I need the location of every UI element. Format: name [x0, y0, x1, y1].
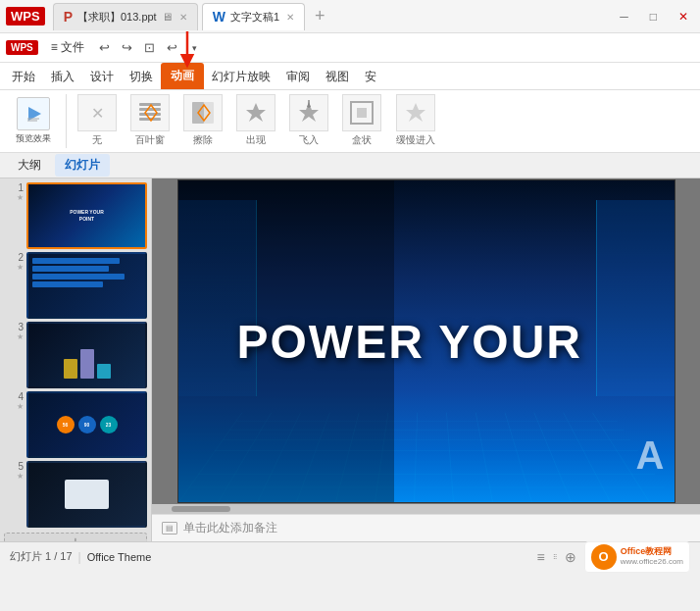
box-svg — [349, 100, 375, 126]
nav-tabs-row: 大纲 幻灯片 — [0, 153, 700, 178]
file-menu[interactable]: ≡ 文件 — [43, 35, 92, 60]
svg-marker-12 — [246, 103, 266, 122]
slide-thumb-3[interactable]: 3 ★ — [4, 322, 147, 388]
horizontal-scrollbar[interactable] — [152, 504, 700, 514]
slide-num-star-4: 4 ★ — [4, 391, 24, 411]
slide-title-text: POWER YOUR — [237, 315, 582, 369]
tab-start[interactable]: 开始 — [4, 66, 43, 90]
redo-icon[interactable]: ↪ — [116, 37, 137, 59]
save-copy-icon[interactable]: ⊡ — [138, 37, 160, 59]
tab-ppt-label: 【求职】013.ppt — [77, 10, 157, 25]
window-controls: ─ □ ✕ — [614, 8, 694, 25]
tab-outline[interactable]: 大纲 — [8, 154, 51, 177]
tab-switch[interactable]: 切换 — [122, 66, 161, 90]
anim-flyin[interactable]: 飞入 — [284, 94, 333, 147]
anim-appear-label: 出现 — [246, 133, 266, 147]
new-tab-button[interactable]: + — [309, 6, 331, 26]
slide-num-star-3: 3 ★ — [4, 322, 24, 341]
slide-star-4: ★ — [17, 402, 24, 411]
wipe-svg — [190, 100, 216, 126]
monitor-icon: 🖥 — [162, 11, 173, 23]
anim-none-label: 无 — [92, 133, 102, 147]
maximize-btn[interactable]: □ — [644, 8, 663, 25]
preview-icon[interactable] — [17, 97, 50, 130]
slide-canvas[interactable]: POWER YOUR A — [152, 178, 700, 504]
tab-doc-close[interactable]: ✕ — [286, 12, 294, 23]
preview-play-icon — [24, 104, 43, 124]
anim-none[interactable]: ✕ 无 — [73, 94, 122, 147]
tab-doc-label: 文字文稿1 — [230, 10, 279, 25]
anim-wipe[interactable]: 擦除 — [178, 94, 227, 147]
tab-animate-label: 动画 — [171, 69, 194, 82]
doc-icon: W — [213, 9, 225, 25]
status-right-section: ≡ ⠿ ⊕ O Office教程网 www.office26.com — [537, 541, 691, 573]
anim-fadein-label: 缓慢进入 — [396, 133, 435, 147]
svg-marker-18 — [406, 103, 425, 122]
slide-num-5: 5 — [18, 461, 24, 472]
anim-box[interactable]: 盒状 — [337, 94, 386, 147]
slide-num-star-2: 2 ★ — [4, 252, 24, 272]
slide-img-5 — [26, 461, 147, 528]
anim-box-label: 盒状 — [352, 133, 372, 147]
view-icon-2[interactable]: ⠿ — [553, 553, 557, 560]
tab-review[interactable]: 审阅 — [278, 66, 318, 90]
view-icon-1[interactable]: ≡ — [537, 549, 545, 565]
wps-office-badge[interactable]: O Office教程网 www.office26.com — [584, 541, 690, 573]
animation-items-row: ✕ 无 百叶窗 — [73, 94, 441, 147]
wps-badge-circle: O — [591, 544, 617, 570]
tab-slideshow[interactable]: 幻灯片放映 — [204, 66, 278, 90]
anim-appear[interactable]: 出现 — [231, 94, 280, 147]
close-btn[interactable]: ✕ — [673, 8, 694, 25]
tab-ppt-close[interactable]: ✕ — [179, 12, 187, 23]
tab-view[interactable]: 视图 — [318, 66, 357, 90]
anim-box-icon — [342, 94, 381, 131]
tab-ppt[interactable]: P 【求职】013.ppt 🖥 ✕ — [53, 3, 198, 30]
note-bar: ▤ 单击此处添加备注 — [152, 514, 700, 541]
anim-blinds[interactable]: 百叶窗 — [125, 94, 175, 147]
zoom-icon[interactable]: ⊕ — [565, 549, 576, 565]
svg-marker-15 — [307, 102, 311, 107]
main-area: 1 ★ POWER YOURPOINT 2 ★ — [0, 178, 700, 541]
note-placeholder-text[interactable]: 单击此处添加备注 — [183, 520, 277, 536]
tab-doc[interactable]: W 文字文稿1 ✕ — [202, 3, 305, 30]
slide-img-4: 56 90 23 — [26, 391, 147, 458]
minimize-btn[interactable]: ─ — [614, 8, 634, 25]
slide-main-content: POWER YOUR A — [177, 179, 675, 503]
add-slide-button[interactable]: + — [4, 533, 147, 541]
svg-rect-17 — [357, 108, 367, 118]
tab-slides[interactable]: 幻灯片 — [55, 154, 110, 177]
slide-thumb-1[interactable]: 1 ★ POWER YOURPOINT — [4, 182, 147, 249]
slide-num-2: 2 — [18, 252, 24, 263]
anim-fadein[interactable]: 缓慢进入 — [390, 94, 441, 147]
title-bar: WPS P 【求职】013.ppt 🖥 ✕ W 文字文稿1 ✕ + ─ □ ✕ — [0, 0, 700, 33]
ppt-icon: P — [64, 9, 73, 25]
tab-insert[interactable]: 插入 — [43, 66, 82, 90]
anim-fadein-icon — [396, 94, 435, 131]
slide-img-3 — [26, 322, 147, 388]
slide-num-star-5: 5 ★ — [4, 461, 24, 481]
tab-slides-label: 幻灯片 — [65, 158, 100, 172]
slide-thumb-4[interactable]: 4 ★ 56 90 23 — [4, 391, 147, 458]
anim-none-icon: ✕ — [77, 94, 117, 131]
slide-thumb-2[interactable]: 2 ★ — [4, 252, 147, 319]
slide-panel: 1 ★ POWER YOURPOINT 2 ★ — [0, 178, 152, 541]
slide-img-2 — [26, 252, 147, 319]
wps-badge-label2: www.office26.com — [621, 557, 683, 567]
scrollbar-thumb[interactable] — [172, 506, 230, 512]
preview-label: 预览效果 — [16, 132, 51, 145]
tab-animate[interactable]: 动画 — [161, 63, 204, 89]
status-divider: | — [78, 550, 81, 564]
slide-star-3: ★ — [17, 332, 24, 341]
slide-num-3: 3 — [18, 322, 24, 332]
slide-thumb-5[interactable]: 5 ★ — [4, 461, 147, 528]
canvas-area: POWER YOUR A ▤ 单击此处添加备注 — [152, 178, 700, 541]
fadein-svg — [403, 100, 428, 126]
note-icon: ▤ — [162, 522, 177, 535]
wps-badge-text-block: Office教程网 www.office26.com — [621, 546, 683, 566]
undo-icon[interactable]: ↩ — [93, 37, 115, 59]
tab-design[interactable]: 设计 — [82, 66, 122, 90]
tab-outline-label: 大纲 — [18, 158, 41, 172]
svg-rect-6 — [139, 113, 161, 116]
tab-security[interactable]: 安 — [357, 66, 384, 90]
svg-rect-5 — [139, 108, 161, 111]
